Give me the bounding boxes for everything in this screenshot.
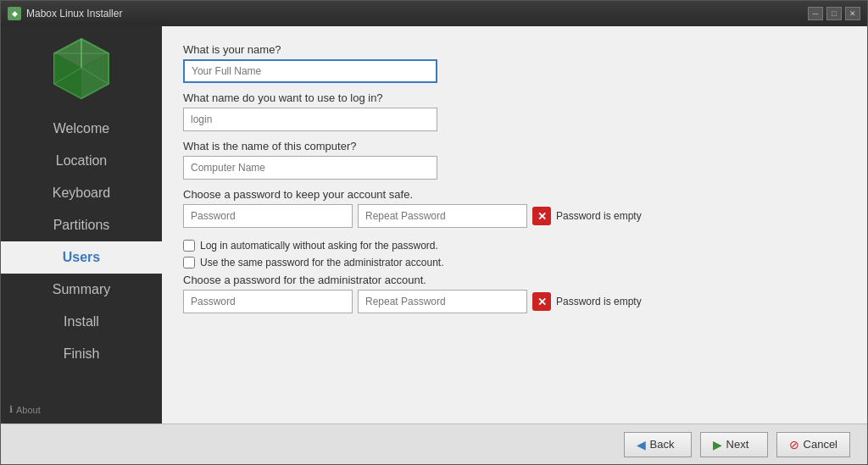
sidebar-logo — [47, 35, 115, 102]
same-password-checkbox[interactable] — [183, 257, 195, 268]
same-password-label: Use the same password for the administra… — [200, 257, 443, 268]
computer-name-input[interactable] — [183, 156, 437, 180]
minimize-button[interactable]: ─ — [808, 7, 823, 20]
password-error-icon: ✕ — [532, 207, 551, 225]
cancel-button[interactable]: ⊘ Cancel — [776, 432, 850, 457]
sidebar-item-finish[interactable]: Finish — [1, 338, 162, 370]
next-button[interactable]: ▶ Next — [700, 432, 768, 457]
back-icon: ◀ — [637, 438, 646, 451]
titlebar: ◆ Mabox Linux Installer ─ □ ✕ — [1, 1, 867, 26]
sidebar-item-keyboard[interactable]: Keyboard — [1, 177, 162, 209]
name-label: What is your name? — [183, 43, 846, 56]
sidebar-nav: Welcome Location Keyboard Partitions Use… — [1, 113, 162, 396]
password-label: Choose a password to keep your account s… — [183, 188, 846, 201]
content-area: Welcome Location Keyboard Partitions Use… — [1, 26, 867, 423]
name-section: What is your name? — [183, 43, 846, 83]
next-icon: ▶ — [713, 438, 722, 451]
name-input[interactable] — [183, 59, 437, 83]
cancel-label: Cancel — [804, 438, 837, 451]
app-icon: ◆ — [8, 7, 21, 20]
login-input[interactable] — [183, 108, 437, 131]
info-icon: ℹ — [9, 404, 13, 415]
sidebar-item-location[interactable]: Location — [1, 145, 162, 177]
admin-password-label: Choose a password for the administrator … — [183, 274, 846, 286]
password-input[interactable] — [183, 204, 353, 228]
sidebar-item-users[interactable]: Users — [1, 241, 162, 274]
footer: ◀ Back ▶ Next ⊘ Cancel — [1, 423, 867, 464]
admin-password-input[interactable] — [183, 290, 353, 313]
back-button[interactable]: ◀ Back — [624, 432, 692, 457]
computer-name-label: What is the name of this computer? — [183, 140, 846, 152]
back-label: Back — [650, 438, 675, 451]
about-button[interactable]: ℹ About — [1, 396, 162, 423]
cancel-icon: ⊘ — [789, 438, 799, 451]
close-button[interactable]: ✕ — [845, 7, 860, 20]
admin-repeat-password-input[interactable] — [358, 290, 527, 313]
titlebar-left: ◆ Mabox Linux Installer — [8, 7, 122, 20]
password-section: Choose a password to keep your account s… — [183, 188, 846, 231]
admin-password-error-text: Password is empty — [556, 296, 642, 307]
maximize-button[interactable]: □ — [826, 7, 842, 20]
same-password-row: Use the same password for the administra… — [183, 257, 846, 268]
password-error-text: Password is empty — [556, 210, 642, 222]
sidebar-item-partitions[interactable]: Partitions — [1, 209, 162, 241]
next-label: Next — [726, 438, 749, 451]
admin-password-row: ✕ Password is empty — [183, 290, 846, 313]
sidebar: Welcome Location Keyboard Partitions Use… — [1, 26, 162, 423]
repeat-password-input[interactable] — [358, 204, 527, 228]
sidebar-item-summary[interactable]: Summary — [1, 274, 162, 306]
sidebar-item-install[interactable]: Install — [1, 306, 162, 338]
autologin-label: Log in automatically without asking for … — [200, 240, 438, 252]
computer-name-section: What is the name of this computer? — [183, 140, 846, 180]
window-controls: ─ □ ✕ — [808, 7, 860, 20]
admin-password-section: Choose a password for the administrator … — [183, 274, 846, 317]
password-row: ✕ Password is empty — [183, 204, 846, 228]
autologin-row: Log in automatically without asking for … — [183, 240, 846, 252]
admin-password-error-icon: ✕ — [532, 292, 551, 311]
window-title: Mabox Linux Installer — [26, 8, 122, 19]
login-section: What name do you want to use to log in? — [183, 91, 846, 131]
autologin-checkbox[interactable] — [183, 240, 195, 252]
login-label: What name do you want to use to log in? — [183, 91, 846, 104]
main-window: ◆ Mabox Linux Installer ─ □ ✕ — [0, 0, 868, 465]
sidebar-item-welcome[interactable]: Welcome — [1, 113, 162, 145]
main-content: What is your name? What name do you want… — [162, 26, 867, 423]
